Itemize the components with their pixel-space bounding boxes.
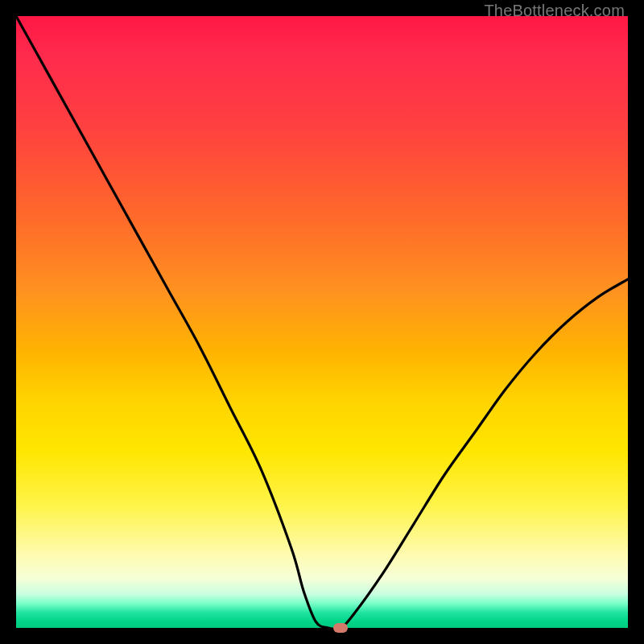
watermark-text: TheBottleneck.com xyxy=(484,2,625,20)
bottleneck-curve xyxy=(16,16,628,628)
chart-frame: TheBottleneck.com xyxy=(0,0,644,644)
plot-area xyxy=(16,16,628,628)
optimal-point-marker xyxy=(333,623,348,633)
